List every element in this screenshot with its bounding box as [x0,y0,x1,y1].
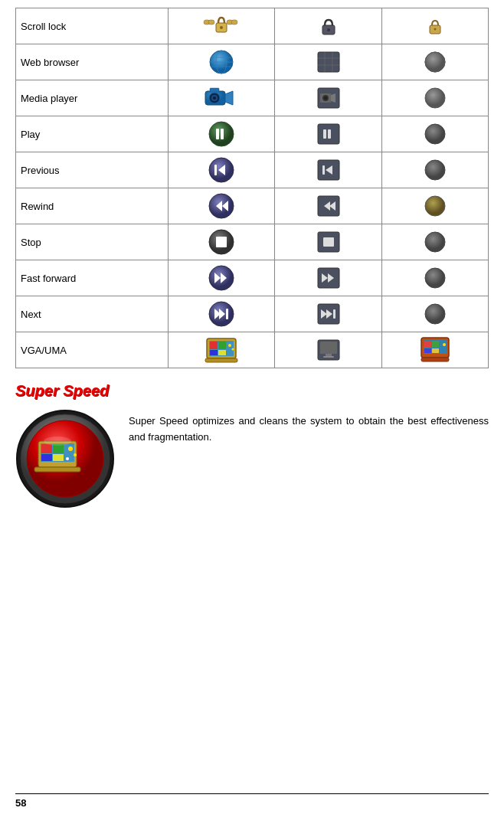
svg-rect-58 [323,237,334,247]
svg-point-31 [324,96,327,100]
svg-point-75 [425,304,445,324]
svg-marker-27 [225,91,233,105]
svg-rect-74 [333,309,335,319]
svg-rect-93 [424,348,431,353]
svg-rect-70 [226,309,228,319]
table-row: Media player [16,80,489,116]
svg-point-95 [443,343,446,346]
icon-cell-scroll-lock-mid [280,11,376,41]
icon-cell-next-mid [280,299,376,329]
svg-point-25 [213,96,216,100]
table-row: VGA/UMA [16,332,489,368]
svg-rect-102 [41,444,52,453]
icon-cell-rewind-right [387,191,483,221]
svg-rect-84 [205,358,237,362]
svg-rect-92 [432,341,439,348]
super-speed-section: Super Speed [15,382,489,508]
super-speed-text: Super Speed optimizes and cleans the sys… [129,409,489,446]
svg-rect-42 [214,165,217,175]
icon-cell-media-left [173,83,270,113]
icon-cell-web-mid [280,47,376,77]
svg-rect-94 [432,348,439,353]
icon-cell-scroll-lock-right [387,11,483,41]
super-speed-body: Super Speed optimizes and cleans the sys… [15,409,489,508]
icon-cell-stop-left [173,227,270,257]
svg-point-47 [425,160,445,180]
svg-rect-78 [210,342,218,349]
icon-cell-ff-right [387,263,483,293]
svg-rect-38 [323,129,326,139]
page-wrapper: Scroll lock [0,0,504,824]
svg-rect-105 [53,454,64,461]
svg-rect-81 [218,350,226,355]
svg-rect-79 [218,342,226,349]
svg-rect-80 [210,350,218,355]
row-label: Play [21,129,40,140]
svg-point-106 [68,446,73,451]
svg-point-7 [327,28,330,31]
svg-rect-91 [424,341,431,348]
svg-point-66 [425,268,445,288]
icon-cell-prev-mid [280,155,376,185]
svg-rect-15 [318,52,339,72]
svg-point-21 [425,52,445,72]
table-row: Previous [16,152,489,188]
row-label: Next [21,309,41,320]
svg-rect-1 [208,20,214,25]
icon-cell-ff-mid [280,263,376,293]
page-number: 58 [15,797,26,809]
row-label: Web browser [21,57,79,68]
svg-point-33 [425,88,445,108]
icon-cell-vga-left [173,335,270,365]
svg-rect-5 [231,20,237,25]
icon-cell-next-left [173,299,270,329]
row-label: Fast forward [21,273,76,284]
icon-cell-prev-left [173,155,270,185]
svg-rect-35 [216,129,219,139]
icon-cell-media-right [387,83,483,113]
table-row: Stop [16,224,489,260]
icon-cell-rewind-left [173,191,270,221]
icon-cell-ff-left [173,263,270,293]
icon-cell-vga-mid [280,335,376,365]
svg-rect-36 [221,129,224,139]
table-row: Web browser [16,44,489,80]
svg-rect-104 [41,454,52,461]
svg-point-83 [232,348,234,351]
icon-table: Scroll lock [15,8,489,368]
icon-cell-media-mid [280,83,376,113]
icon-cell-vga-right [387,335,483,365]
icon-cell-scroll-lock-left [173,11,270,41]
svg-point-3 [220,26,223,29]
svg-rect-26 [210,88,219,92]
row-label: VGA/UMA [21,345,67,356]
svg-rect-86 [320,342,337,354]
svg-rect-87 [326,354,332,356]
row-label: Stop [21,237,41,248]
icon-cell-web-left [173,47,270,77]
svg-rect-45 [322,165,325,175]
svg-point-59 [425,232,445,252]
svg-point-82 [228,344,231,347]
row-label: Media player [21,93,77,104]
svg-point-107 [74,453,77,456]
row-label: Rewind [21,201,54,212]
svg-point-54 [425,196,445,216]
icon-cell-play-left [173,119,270,149]
icon-cell-play-mid [280,119,376,149]
table-row: Scroll lock [16,8,489,44]
table-row: Rewind [16,188,489,224]
table-row: Fast forward [16,260,489,296]
svg-point-9 [434,28,436,31]
icon-cell-web-right [387,47,483,77]
icon-cell-rewind-mid [280,191,376,221]
svg-rect-96 [421,358,449,361]
super-speed-title: Super Speed [15,382,489,400]
icon-cell-prev-right [387,155,483,185]
svg-rect-109 [34,467,80,472]
icon-cell-stop-mid [280,227,376,257]
super-speed-image [15,409,115,508]
icon-cell-play-right [387,119,483,149]
svg-point-110 [44,437,71,446]
svg-rect-88 [323,356,334,358]
